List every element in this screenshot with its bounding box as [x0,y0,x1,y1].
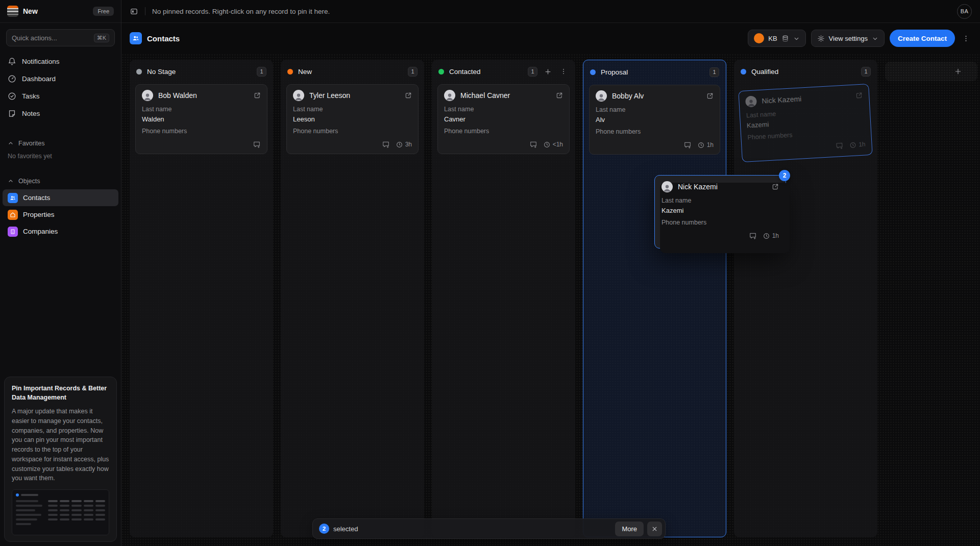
workspace-logo [7,6,18,17]
view-owner-pill[interactable]: KB [748,30,805,47]
last-activity-time: 3h [396,141,412,148]
last-activity-time: 1h [763,232,779,239]
chevron-up-icon [8,140,14,146]
objects-section-header[interactable]: Objects [0,175,121,187]
stage-dot [590,69,596,75]
add-card-button[interactable] [543,66,553,77]
building-icon [8,227,18,237]
contacts-icon [8,193,18,203]
sidebar-item-label: Dashboard [22,75,56,83]
add-comment-icon[interactable] [253,140,261,148]
field-label: Last name [142,106,261,113]
check-circle-icon [8,92,16,101]
clock-icon [698,142,704,148]
owner-avatar [754,33,764,43]
stage-dot [438,69,444,75]
plan-badge: Free [93,7,114,16]
sidebar-item-companies[interactable]: Companies [3,223,118,240]
field-label: Last name [444,106,563,113]
sidebar-item-dashboard[interactable]: Dashboard [3,70,118,87]
contact-name: Tyler Leeson [309,91,400,100]
sidebar-item-notes[interactable]: Notes [3,105,118,122]
contact-card-ghost-nick-kazemi: Nick Kazemi Last name Kazemi Phone numbe… [738,84,872,162]
open-record-icon[interactable] [254,92,261,99]
column-count-badge: 1 [408,67,418,77]
selection-label: selected [333,525,358,533]
column-header[interactable]: No Stage 1 [135,62,267,81]
contact-card-tyler-leeson[interactable]: Tyler Leeson Last name Leeson Phone numb… [286,84,419,154]
sidebar-item-contacts[interactable]: Contacts [3,189,118,206]
column-header[interactable]: New 1 [286,62,419,81]
column-header[interactable]: Proposal 1 [589,62,720,82]
add-comment-icon[interactable] [683,141,692,149]
last-activity-time: 1h [849,141,866,149]
add-stage-button[interactable] [954,67,962,76]
open-record-icon [855,92,863,100]
contact-card-bobby-alv[interactable]: Bobby Alv Last name Alv Phone numbers [589,85,720,155]
app-window: New Free Quick actions... ⌘K Notificatio… [0,0,980,546]
field-label: Last name [293,106,412,113]
keyboard-shortcut-badge: ⌘K [94,34,109,42]
open-record-icon[interactable] [706,92,714,100]
account-avatar[interactable]: BA [957,4,972,19]
create-contact-button[interactable]: Create Contact [890,30,955,47]
add-comment-icon[interactable] [529,140,537,148]
sidebar-item-tasks[interactable]: Tasks [3,87,118,105]
chevron-up-icon [8,178,14,184]
contact-card-michael-cavner[interactable]: Michael Cavner Last name Cavner Phone nu… [437,84,570,154]
stage-dot [287,69,293,75]
contact-name: Bob Walden [158,91,249,100]
quick-actions-placeholder: Quick actions... [12,34,94,42]
field-label: Last name [662,197,779,204]
column-title: Qualified [751,68,778,76]
view-settings-button[interactable]: View settings [811,30,885,47]
stage-dot [741,69,746,75]
person-avatar-icon [596,90,607,102]
open-record-icon[interactable] [556,92,563,99]
sidebar-item-label: Notifications [22,58,60,65]
pin-panel-icon[interactable] [130,7,138,16]
objects-list: Contacts Properties Companies [0,187,121,242]
column-header[interactable]: Qualified 1 [740,62,872,81]
field-value: Cavner [444,115,563,123]
kanban-board: No Stage 1 Bob Walden Last name [121,54,980,546]
workspace-name: New [23,7,38,15]
sidebar-item-notifications[interactable]: Notifications [3,53,118,70]
sidebar: New Free Quick actions... ⌘K Notificatio… [0,0,121,546]
kanban-column-contacted: Contacted 1 Michael Cavner [432,60,575,537]
add-comment-icon[interactable] [382,140,390,148]
clock-icon [849,141,856,148]
add-stage-lane [885,62,977,81]
favorites-empty-text: No favorites yet [0,150,121,163]
promo-thumbnail [12,489,109,535]
dragged-card-nick-kazemi[interactable]: 2 Nick Kazemi Last name Kazemi Phone num… [654,175,786,249]
last-activity-time: 1h [698,141,714,148]
column-menu-icon[interactable] [558,66,569,77]
chevron-down-icon [793,35,800,42]
sidebar-item-properties[interactable]: Properties [3,206,118,223]
contact-card-bob-walden[interactable]: Bob Walden Last name Walden Phone number… [135,84,267,154]
open-record-icon[interactable] [772,183,779,190]
kanban-column-proposal: Proposal 1 Bobby Alv Last name [583,60,726,537]
clock-icon [396,141,403,148]
stage-dot [136,69,142,75]
favorites-section-header[interactable]: Favorites [0,137,121,150]
close-selection-button[interactable] [647,522,662,536]
workspace-switcher[interactable]: New Free [0,0,121,23]
open-record-icon[interactable] [405,92,412,99]
quick-actions-input[interactable]: Quick actions... ⌘K [6,29,115,46]
sidebar-nav: Notifications Dashboard Tasks Notes [0,49,121,125]
column-title: No Stage [147,68,176,76]
more-button[interactable]: More [615,522,644,536]
pinned-records-bar: No pinned records. Right-click on any re… [121,0,980,23]
column-title: Contacted [449,68,481,76]
kanban-column-no-stage: No Stage 1 Bob Walden Last name [130,60,273,537]
column-header[interactable]: Contacted 1 [437,62,570,81]
kebab-menu-icon[interactable] [960,33,972,44]
note-icon [8,109,16,118]
add-comment-icon[interactable] [749,232,757,240]
promo-card[interactable]: Pin Important Records & Better Data Mana… [4,377,117,542]
header-actions: KB View settings [748,30,972,47]
sidebar-item-label: Companies [23,228,58,235]
objects-label: Objects [18,178,40,185]
